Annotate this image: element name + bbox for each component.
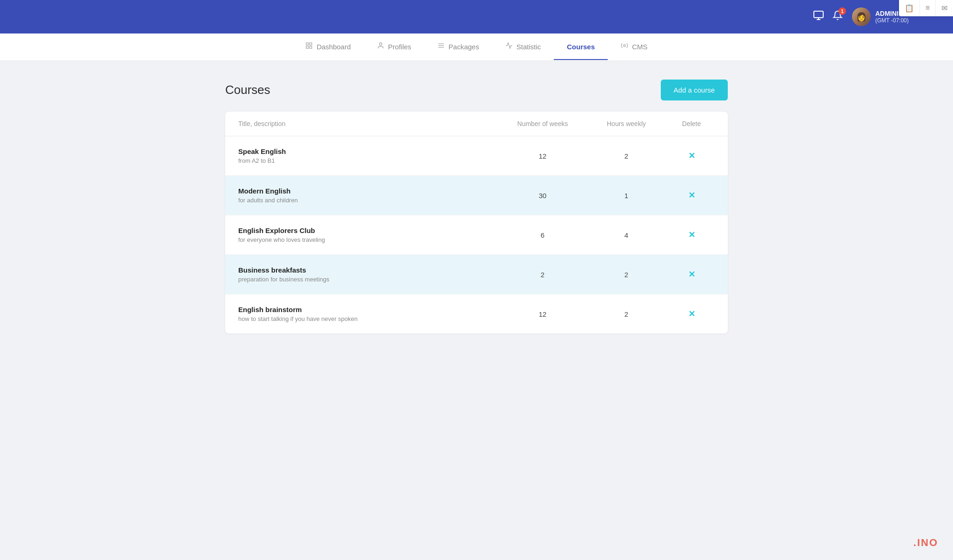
notification-badge: 1 [839, 7, 846, 15]
brand-text: INO [917, 537, 938, 548]
courses-list: Speak English from A2 to B1 12 2 ✕ Moder… [225, 136, 728, 333]
svg-point-9 [624, 45, 625, 47]
course-info: English Explorers Club for everyone who … [238, 227, 501, 243]
course-info: English brainstorm how to start talking … [238, 306, 501, 322]
course-info: Modern English for adults and children [238, 187, 501, 204]
nav-label-cms: CMS [632, 43, 647, 51]
page-header: Courses Add a course [225, 80, 728, 100]
table-row: Modern English for adults and children 3… [225, 176, 728, 215]
nav-item-profiles[interactable]: Profiles [364, 33, 424, 60]
hours-weekly-value: 2 [584, 310, 668, 318]
delete-button[interactable]: ✕ [688, 230, 695, 240]
course-title: Business breakfasts [238, 266, 501, 274]
th-title-desc: Title, description [238, 120, 501, 127]
course-title: Speak English [238, 147, 501, 155]
th-hours-weekly: Hours weekly [584, 120, 668, 127]
svg-rect-1 [306, 43, 309, 45]
nav-item-statistic[interactable]: Statistic [492, 33, 554, 60]
table-header: Title, description Number of weeks Hours… [225, 112, 728, 136]
num-weeks-value: 12 [501, 310, 584, 318]
statistic-icon [505, 42, 513, 51]
course-title: English brainstorm [238, 306, 501, 313]
dashboard-icon [305, 42, 313, 51]
course-title: English Explorers Club [238, 227, 501, 234]
corner-icon-2[interactable]: ≡ [919, 0, 935, 16]
corner-icon-3[interactable]: ✉ [935, 0, 953, 16]
hours-weekly-value: 4 [584, 231, 668, 239]
svg-rect-3 [310, 46, 312, 48]
profiles-icon [377, 42, 384, 51]
course-info: Speak English from A2 to B1 [238, 147, 501, 164]
delete-button[interactable]: ✕ [688, 151, 695, 161]
main-nav: Dashboard Profiles Packages Statistic Co… [0, 33, 953, 61]
num-weeks-value: 30 [501, 192, 584, 200]
chat-icon[interactable] [813, 10, 824, 24]
avatar: 👩 [852, 7, 871, 26]
main-content: Courses Add a course Title, description … [197, 61, 756, 352]
hours-weekly-value: 1 [584, 192, 668, 200]
nav-item-courses[interactable]: Courses [554, 34, 608, 60]
page-title: Courses [225, 83, 270, 97]
corner-icons: 📋 ≡ ✉ [899, 0, 953, 16]
course-title: Modern English [238, 187, 501, 195]
nav-label-courses: Courses [567, 43, 595, 51]
svg-point-5 [379, 43, 382, 45]
num-weeks-value: 12 [501, 152, 584, 160]
delete-button[interactable]: ✕ [688, 269, 695, 280]
cms-icon [621, 42, 628, 51]
th-num-weeks: Number of weeks [501, 120, 584, 127]
hours-weekly-value: 2 [584, 271, 668, 279]
course-description: from A2 to B1 [238, 157, 501, 164]
timezone: (GMT -07:00) [875, 17, 934, 24]
course-description: for adults and children [238, 197, 501, 204]
delete-button[interactable]: ✕ [688, 309, 695, 319]
table-row: English Explorers Club for everyone who … [225, 215, 728, 255]
nav-item-packages[interactable]: Packages [424, 33, 492, 60]
hours-weekly-value: 2 [584, 152, 668, 160]
th-delete: Delete [668, 120, 715, 127]
num-weeks-value: 2 [501, 271, 584, 279]
course-info: Business breakfasts preparation for busi… [238, 266, 501, 283]
course-description: for everyone who loves traveling [238, 236, 501, 243]
nav-label-dashboard: Dashboard [316, 43, 350, 51]
svg-rect-0 [814, 11, 823, 18]
brand-dot: . [913, 537, 917, 548]
corner-icon-1[interactable]: 📋 [899, 0, 919, 16]
table-row: Business breakfasts preparation for busi… [225, 255, 728, 294]
brand-watermark: .INO [913, 537, 938, 549]
courses-table: Title, description Number of weeks Hours… [225, 112, 728, 333]
nav-label-statistic: Statistic [517, 43, 541, 51]
table-row: Speak English from A2 to B1 12 2 ✕ [225, 136, 728, 176]
topbar-icons: 1 [813, 10, 843, 24]
svg-rect-2 [310, 43, 312, 45]
packages-icon [437, 42, 445, 51]
course-description: preparation for business meetings [238, 276, 501, 283]
notification-icon[interactable]: 1 [832, 10, 843, 23]
add-course-button[interactable]: Add a course [661, 80, 728, 100]
nav-label-packages: Packages [449, 43, 479, 51]
nav-item-cms[interactable]: CMS [608, 33, 660, 60]
svg-rect-4 [306, 46, 309, 48]
topbar: 1 👩 ADMINISTRATOR ▾ (GMT -07:00) [0, 0, 953, 33]
nav-label-profiles: Profiles [388, 43, 411, 51]
delete-button[interactable]: ✕ [688, 190, 695, 200]
table-row: English brainstorm how to start talking … [225, 294, 728, 333]
nav-item-dashboard[interactable]: Dashboard [292, 33, 363, 60]
course-description: how to start talking if you have never s… [238, 315, 501, 322]
num-weeks-value: 6 [501, 231, 584, 239]
